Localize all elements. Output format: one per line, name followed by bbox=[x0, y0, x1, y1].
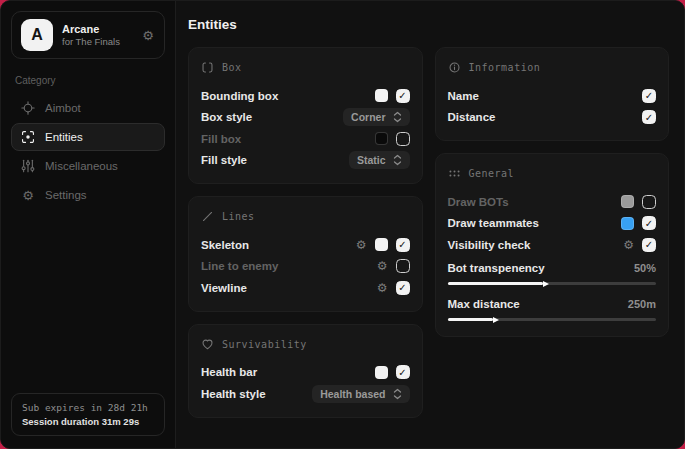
setting-row-fill-style: Fill style Static bbox=[201, 150, 410, 172]
setting-row-bounding-box: Bounding box bbox=[201, 85, 410, 107]
setting-row-health-bar: Health bar bbox=[201, 362, 410, 384]
gear-icon[interactable]: ⚙ bbox=[377, 259, 388, 273]
box-card: Box Bounding box Box style Corner bbox=[188, 47, 423, 184]
setting-row-draw-teammates: Draw teammates bbox=[448, 213, 657, 235]
setting-label: Fill box bbox=[201, 133, 241, 145]
sliders-icon bbox=[21, 159, 35, 173]
setting-row-skeleton: Skeleton ⚙ bbox=[201, 234, 410, 256]
slider-value: 250m bbox=[628, 298, 656, 310]
fill-style-dropdown[interactable]: Static bbox=[349, 151, 410, 169]
checkbox[interactable] bbox=[642, 195, 656, 209]
sidebar-item-label: Miscellaneous bbox=[45, 160, 118, 172]
setting-label: Line to enemy bbox=[201, 260, 278, 272]
sidebar: A Arcane for The Finals ⚙ Category Aimbo… bbox=[1, 1, 175, 448]
health-style-dropdown[interactable]: Health based bbox=[312, 385, 409, 403]
sidebar-item-label: Entities bbox=[45, 131, 83, 143]
color-swatch[interactable] bbox=[375, 89, 388, 102]
line-icon bbox=[201, 210, 214, 223]
information-icon bbox=[448, 61, 461, 74]
crosshair-icon bbox=[21, 101, 35, 115]
setting-label: Health bar bbox=[201, 366, 257, 378]
box-style-dropdown[interactable]: Corner bbox=[343, 108, 409, 126]
card-title: Survivability bbox=[222, 339, 307, 350]
sidebar-item-aimbot[interactable]: Aimbot bbox=[11, 94, 165, 122]
setting-row-health-style: Health style Health based bbox=[201, 383, 410, 405]
setting-label: Bounding box bbox=[201, 90, 278, 102]
slider-fill bbox=[448, 282, 544, 285]
setting-row-viewline: Viewline ⚙ bbox=[201, 277, 410, 299]
checkbox[interactable] bbox=[642, 216, 656, 230]
sidebar-item-entities[interactable]: Entities bbox=[11, 123, 165, 151]
setting-row-line-to-enemy: Line to enemy ⚙ bbox=[201, 256, 410, 278]
survivability-icon bbox=[201, 338, 214, 351]
setting-label: Visibility check bbox=[448, 239, 531, 251]
setting-label: Skeleton bbox=[201, 239, 249, 251]
slider-value: 50% bbox=[634, 262, 656, 274]
right-column: Information Name Distance bbox=[435, 47, 670, 337]
brand-title: Arcane bbox=[62, 23, 120, 35]
setting-label: Health style bbox=[201, 388, 266, 400]
setting-row-name: Name bbox=[448, 85, 657, 107]
setting-label: Viewline bbox=[201, 282, 247, 294]
setting-label: Name bbox=[448, 90, 479, 102]
app-window: A Arcane for The Finals ⚙ Category Aimbo… bbox=[0, 0, 685, 449]
setting-row-distance: Distance bbox=[448, 107, 657, 129]
checkbox[interactable] bbox=[396, 259, 410, 273]
sub-expiry-text: Sub expires in 28d 21h bbox=[22, 402, 154, 413]
card-title: General bbox=[469, 168, 515, 179]
chevrons-up-down-icon bbox=[393, 111, 402, 123]
setting-row-box-style: Box style Corner bbox=[201, 107, 410, 129]
setting-row-fill-box: Fill box bbox=[201, 128, 410, 150]
sidebar-item-settings[interactable]: ⚙ Settings bbox=[11, 181, 165, 209]
color-swatch[interactable] bbox=[375, 366, 388, 379]
color-swatch[interactable] bbox=[375, 238, 388, 251]
color-swatch[interactable] bbox=[375, 132, 388, 145]
card-title: Lines bbox=[222, 211, 255, 222]
chevrons-up-down-icon bbox=[393, 154, 402, 166]
checkbox[interactable] bbox=[396, 281, 410, 295]
sidebar-item-miscellaneous[interactable]: Miscellaneous bbox=[11, 152, 165, 180]
color-swatch[interactable] bbox=[621, 195, 634, 208]
checkbox[interactable] bbox=[396, 238, 410, 252]
sidebar-item-label: Settings bbox=[45, 189, 87, 201]
information-card: Information Name Distance bbox=[435, 47, 670, 141]
color-swatch[interactable] bbox=[621, 217, 634, 230]
setting-row-draw-bots: Draw BOTs bbox=[448, 191, 657, 213]
sidebar-nav: Aimbot Entities Miscellaneous ⚙ Settings bbox=[11, 94, 165, 209]
brand-box: A Arcane for The Finals ⚙ bbox=[11, 11, 165, 59]
scan-icon bbox=[21, 130, 35, 144]
setting-label: Max distance bbox=[448, 298, 520, 310]
max-distance-slider[interactable] bbox=[448, 316, 657, 324]
lines-card: Lines Skeleton ⚙ Line to enemy ⚙ bbox=[188, 196, 423, 312]
avatar: A bbox=[21, 19, 53, 51]
checkbox[interactable] bbox=[642, 110, 656, 124]
checkbox[interactable] bbox=[642, 89, 656, 103]
setting-label: Bot transpenency bbox=[448, 262, 545, 274]
session-duration-text: Session duration 31m 29s bbox=[22, 416, 154, 427]
checkbox[interactable] bbox=[396, 365, 410, 379]
gear-icon: ⚙ bbox=[21, 189, 35, 202]
chevrons-up-down-icon bbox=[393, 388, 402, 400]
gear-icon[interactable]: ⚙ bbox=[377, 281, 388, 295]
gear-icon[interactable]: ⚙ bbox=[623, 238, 634, 252]
page-title: Entities bbox=[188, 17, 669, 32]
slider-fill bbox=[448, 318, 494, 321]
card-title: Information bbox=[469, 62, 541, 73]
checkbox[interactable] bbox=[642, 238, 656, 252]
checkbox[interactable] bbox=[396, 89, 410, 103]
brand-subtitle: for The Finals bbox=[62, 36, 120, 47]
general-card: General Draw BOTs Draw teammates bbox=[435, 153, 670, 337]
setting-label: Fill style bbox=[201, 154, 247, 166]
box-brackets-icon bbox=[201, 61, 214, 74]
subscription-info-box: Sub expires in 28d 21h Session duration … bbox=[11, 393, 165, 436]
checkbox[interactable] bbox=[396, 132, 410, 146]
setting-label: Draw BOTs bbox=[448, 196, 509, 208]
left-column: Box Bounding box Box style Corner bbox=[188, 47, 423, 418]
setting-row-max-distance: Max distance 250m bbox=[448, 294, 657, 314]
main-content: Entities Box Bounding box bbox=[175, 1, 684, 448]
survivability-card: Survivability Health bar Health style He… bbox=[188, 324, 423, 418]
gear-icon[interactable]: ⚙ bbox=[356, 238, 367, 252]
brand-gear-icon[interactable]: ⚙ bbox=[142, 28, 154, 43]
setting-label: Draw teammates bbox=[448, 217, 539, 229]
bot-transparency-slider[interactable] bbox=[448, 280, 657, 288]
